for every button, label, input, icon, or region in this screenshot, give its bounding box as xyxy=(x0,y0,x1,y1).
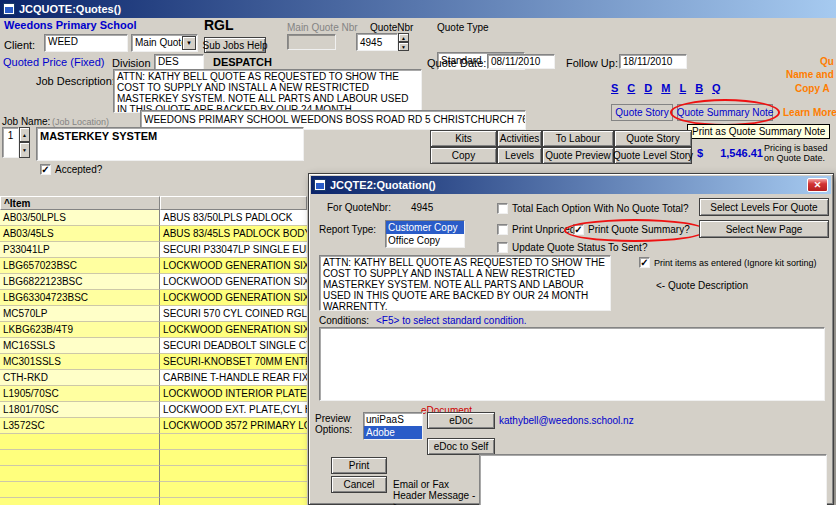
report-option-customer-copy[interactable]: Customer Copy xyxy=(386,221,464,234)
spinner-down-icon[interactable]: ▼ xyxy=(398,42,409,51)
letter-link-b[interactable]: B xyxy=(695,82,703,94)
right-link-1[interactable]: Qu xyxy=(820,56,834,67)
line-spinner[interactable]: ▲ ▼ xyxy=(19,127,30,158)
quote-date-label: Quote Date: xyxy=(427,57,486,69)
table-row[interactable]: MC570LPSECURI 570 CYL COINED RGL, 6P xyxy=(0,306,307,322)
table-row[interactable]: L1801/70SCLOCKWOOD EXT. PLATE,CYL HOL xyxy=(0,402,307,418)
table-row[interactable]: AB03/45LSABUS 83/45LS PADLOCK BODY A xyxy=(0,226,307,242)
main-quote-nbr-input xyxy=(287,34,336,50)
cancel-button[interactable]: Cancel xyxy=(331,476,387,493)
table-row[interactable]: LKBG623B/4T9LOCKWOOD GENERATION SIX KEY xyxy=(0,322,307,338)
kits-button[interactable]: Kits xyxy=(430,130,497,147)
item-table-body: AB03/50LPLSABUS 83/50LPLS PADLOCKAB03/45… xyxy=(0,210,307,505)
spinner-down-icon[interactable]: ▼ xyxy=(19,142,30,158)
select-new-page-button[interactable]: Select New Page xyxy=(699,220,829,238)
client-input[interactable]: WEED xyxy=(44,34,128,52)
total-each-option-label: Total Each Option With No Quote Total? xyxy=(512,203,689,214)
table-row[interactable]: L3572SCLOCKWOOD 3572 PRIMARY LOCK xyxy=(0,418,307,434)
copy-button[interactable]: Copy xyxy=(430,147,497,164)
dialog-titlebar[interactable]: JCQTE2:Quotation() ✕ xyxy=(311,176,831,194)
activities-button[interactable]: Activities xyxy=(497,130,542,147)
quote-kind-dropdown[interactable]: Main Quote ▼ xyxy=(131,34,198,52)
table-row-empty[interactable] xyxy=(0,498,307,505)
total-each-option-checkbox[interactable]: Total Each Option With No Quote Total? xyxy=(497,203,689,214)
table-row[interactable]: P33041LPSECURI P33047LP SINGLE EURO C xyxy=(0,242,307,258)
close-button[interactable]: ✕ xyxy=(807,178,828,192)
accepted-checkbox[interactable]: ✓ Accepted? xyxy=(40,164,102,175)
quote-date-input[interactable]: 08/11/2010 xyxy=(487,54,555,69)
letter-link-l[interactable]: L xyxy=(679,82,686,94)
job-description-box[interactable]: ATTN: KATHY BELL QUOTE AS REQUESTED TO S… xyxy=(113,69,422,113)
email-to: kathybell@weedons.school.nz xyxy=(499,415,634,426)
table-row[interactable]: MC301SSLSSECURI-KNOBSET 70MM ENTRANC xyxy=(0,354,307,370)
levels-button[interactable]: Levels xyxy=(497,147,542,164)
division-input[interactable]: DES xyxy=(154,54,204,70)
print-quote-summary-checkbox[interactable]: ✓ Print Quote Summary? xyxy=(573,224,690,235)
item-code-cell: LBG6822123BSC xyxy=(0,274,160,290)
email-message-box[interactable] xyxy=(479,454,827,505)
item-table-header[interactable]: ^Item xyxy=(0,196,307,210)
letter-link-s[interactable]: S xyxy=(611,82,618,94)
masterkey-title-box[interactable]: MASTERKEY SYSTEM xyxy=(36,127,304,161)
preview-option-adobe[interactable]: Adobe xyxy=(364,426,422,439)
client-label: Client: xyxy=(4,39,35,51)
edoc-button[interactable]: eDoc xyxy=(427,412,495,429)
table-row[interactable]: CTH-RKDCARBINE T-HANDLE REAR FIX KD xyxy=(0,370,307,386)
sub-jobs-help-button[interactable]: Sub Jobs Help xyxy=(204,37,266,53)
conditions-box[interactable] xyxy=(319,327,825,401)
main-titlebar[interactable]: JCQUOTE:Quotes() xyxy=(0,0,836,18)
item-code-cell: CTH-RKD xyxy=(0,370,160,386)
quote-summary-note-link[interactable]: Quote Summary Note xyxy=(677,104,773,121)
quote-nbr-input[interactable]: 4945 xyxy=(356,33,398,51)
item-desc-cell: LOCKWOOD GENERATION SIX KEY xyxy=(160,322,307,338)
table-row[interactable]: MC16SSLSSECURI DEADBOLT SINGLE CYL & xyxy=(0,338,307,354)
update-quote-status-checkbox[interactable]: Update Quote Status To Sent? xyxy=(497,242,647,253)
print-items-as-entered-checkbox[interactable]: ✓ Print items as entered (Ignore kit sor… xyxy=(639,257,817,268)
right-link-2[interactable]: Name and xyxy=(786,69,834,80)
table-row[interactable]: L1905/70SCLOCKWOOD INTERIOR PLATE, CY xyxy=(0,386,307,402)
table-row[interactable]: LBG63304723BSCLOCKWOOD GENERATION SIX 63… xyxy=(0,290,307,306)
edoc-to-self-button[interactable]: eDoc to Self xyxy=(427,438,495,455)
quote-preview-button[interactable]: Quote Preview xyxy=(542,147,614,164)
quote-nbr-spinner[interactable]: ▲ ▼ xyxy=(398,33,409,51)
description-column-header[interactable] xyxy=(160,196,307,210)
for-quote-nbr-value: 4945 xyxy=(411,202,433,213)
quote-kind-value: Main Quote xyxy=(135,37,187,48)
right-link-3[interactable]: Copy A xyxy=(795,83,830,94)
letter-link-c[interactable]: C xyxy=(627,82,635,94)
spinner-up-icon[interactable]: ▲ xyxy=(19,127,30,142)
table-row-empty[interactable] xyxy=(0,434,307,450)
quote-level-story-button[interactable]: Quote Level Story xyxy=(614,147,692,164)
item-code-cell xyxy=(0,482,160,498)
spinner-up-icon[interactable]: ▲ xyxy=(398,33,409,42)
item-column-header[interactable]: ^Item xyxy=(0,196,160,210)
follow-up-input[interactable]: 18/11/2010 xyxy=(619,54,687,69)
print-button[interactable]: Print xyxy=(331,457,387,474)
report-type-list[interactable]: Customer Copy Office Copy xyxy=(385,220,465,248)
preview-option-unipaas[interactable]: uniPaaS xyxy=(364,413,422,426)
table-row-empty[interactable] xyxy=(0,450,307,466)
to-labour-button[interactable]: To Labour xyxy=(542,130,614,147)
letter-link-q[interactable]: Q xyxy=(712,82,721,94)
dialog-quote-description-box[interactable]: ATTN: KATHY BELL QUOTE AS REQUESTED TO S… xyxy=(319,255,611,311)
table-row-empty[interactable] xyxy=(0,466,307,482)
print-unpriced-checkbox[interactable]: Print Unpriced? xyxy=(497,224,581,235)
customer-link[interactable]: Weedons Primary School xyxy=(4,19,136,31)
select-levels-button[interactable]: Select Levels For Quote xyxy=(699,198,829,216)
preview-options-list[interactable]: uniPaaS Adobe xyxy=(363,412,423,440)
table-row[interactable]: AB03/50LPLSABUS 83/50LPLS PADLOCK xyxy=(0,210,307,226)
line-number-box[interactable]: 1 xyxy=(2,127,19,158)
report-option-office-copy[interactable]: Office Copy xyxy=(386,234,464,247)
table-row[interactable]: LBG657023BSCLOCKWOOD GENERATION SIX 570 xyxy=(0,258,307,274)
learn-more-link[interactable]: Learn More... xyxy=(783,107,836,118)
letter-link-d[interactable]: D xyxy=(644,82,652,94)
job-location-label: (Job Location) xyxy=(52,117,109,127)
item-code-cell: L1905/70SC xyxy=(0,386,160,402)
table-row-empty[interactable] xyxy=(0,482,307,498)
report-type-label: Report Type: xyxy=(319,224,376,235)
letter-link-m[interactable]: M xyxy=(661,82,670,94)
quote-story-button[interactable]: Quote Story xyxy=(614,130,692,147)
quote-story-link[interactable]: Quote Story xyxy=(611,104,673,121)
table-row[interactable]: LBG6822123BSCLOCKWOOD GENERATION SIX 822 xyxy=(0,274,307,290)
letter-links: S C D M L B Q xyxy=(611,82,730,94)
